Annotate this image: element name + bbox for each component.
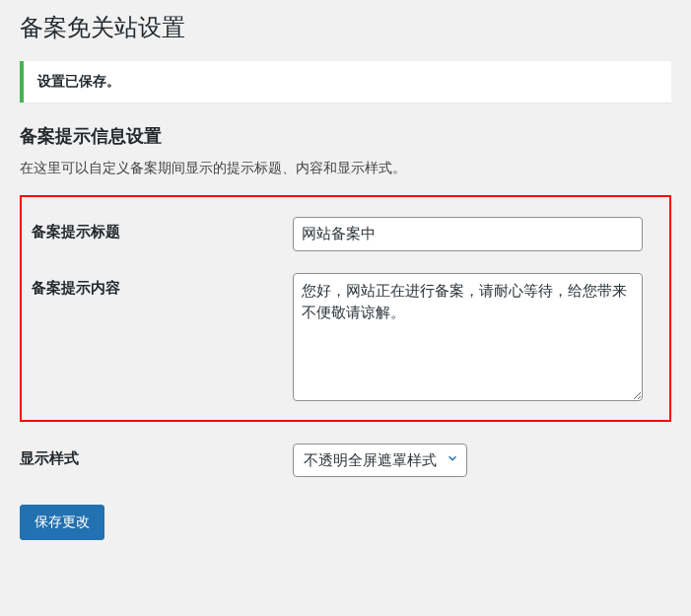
display-style-select[interactable]: 不透明全屏遮罩样式 (293, 444, 467, 478)
notice-message: 设置已保存。 (37, 73, 657, 91)
page-title: 备案免关站设置 (20, 10, 671, 43)
form-row-title: 备案提示标题 (32, 217, 659, 251)
save-button[interactable]: 保存更改 (20, 505, 104, 540)
record-content-textarea[interactable]: 您好，网站正在进行备案，请耐心等待，给您带来不便敬请谅解。 (293, 273, 643, 401)
label-record-title: 备案提示标题 (32, 217, 293, 241)
form-row-style: 显示样式 不透明全屏遮罩样式 (20, 444, 671, 478)
notice-success: 设置已保存。 (20, 61, 671, 103)
section-title: 备案提示信息设置 (20, 124, 671, 148)
section-description: 在这里可以自定义备案期间显示的提示标题、内容和显示样式。 (20, 160, 671, 177)
label-record-content: 备案提示内容 (32, 273, 293, 298)
label-display-style: 显示样式 (20, 444, 293, 468)
highlight-box: 备案提示标题 备案提示内容 您好，网站正在进行备案，请耐心等待，给您带来不便敬请… (20, 195, 671, 422)
record-title-input[interactable] (293, 217, 643, 251)
form-row-content: 备案提示内容 您好，网站正在进行备案，请耐心等待，给您带来不便敬请谅解。 (32, 273, 659, 405)
